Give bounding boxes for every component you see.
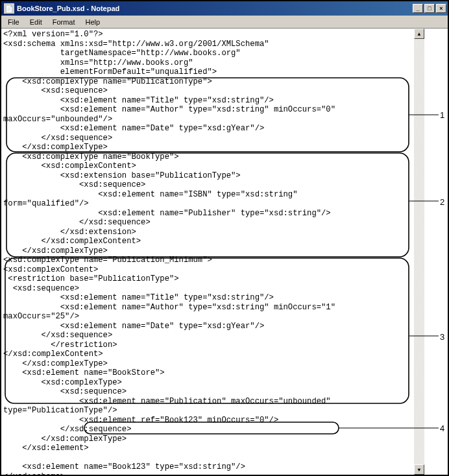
menu-edit[interactable]: Edit <box>25 17 47 27</box>
scroll-up-button[interactable]: ▲ <box>414 29 424 39</box>
app-icon: 📄 <box>4 3 14 14</box>
menu-bar: File Edit Format Help <box>1 16 448 29</box>
vertical-scrollbar[interactable]: ▲ ▼ <box>414 29 424 475</box>
text-viewport: <?xml version="1.0"?> <xsd:schema xmlns:… <box>1 29 415 475</box>
scroll-track[interactable] <box>414 39 424 464</box>
minimize-button[interactable]: _ <box>413 4 423 13</box>
scroll-down-button[interactable]: ▼ <box>414 464 424 475</box>
window-title: BookStore_Pub.xsd - Notepad <box>17 5 411 12</box>
title-bar: 📄 BookStore_Pub.xsd - Notepad _ □ × <box>1 1 448 16</box>
annotation-label-3: 3 <box>440 332 444 342</box>
annotation-label-2: 2 <box>440 197 444 207</box>
maximize-button[interactable]: □ <box>424 4 435 13</box>
client-area: <?xml version="1.0"?> <xsd:schema xmlns:… <box>1 29 448 475</box>
menu-file[interactable]: File <box>3 17 25 27</box>
menu-help[interactable]: Help <box>80 17 106 27</box>
close-button[interactable]: × <box>436 4 446 13</box>
text-content[interactable]: <?xml version="1.0"?> <xsd:schema xmlns:… <box>3 30 413 475</box>
annotation-label-1: 1 <box>440 110 444 120</box>
app-icon-glyph: 📄 <box>5 5 13 12</box>
annotation-label-4: 4 <box>440 423 444 433</box>
menu-format[interactable]: Format <box>47 17 80 27</box>
